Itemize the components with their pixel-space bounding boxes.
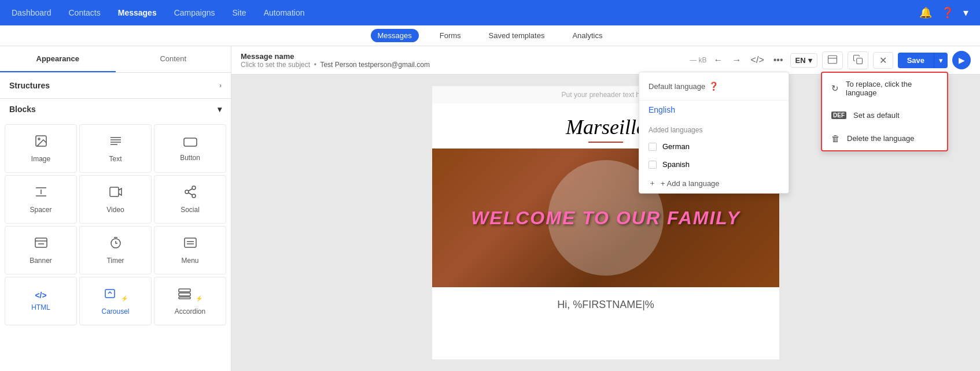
top-navigation: Dashboard Contacts Messages Campaigns Si… bbox=[0, 0, 980, 25]
redo-button[interactable]: → bbox=[730, 53, 744, 68]
top-nav-actions: 🔔 ❓ ▾ bbox=[919, 6, 968, 19]
block-accordion[interactable]: ⚡ Accordion bbox=[154, 277, 226, 325]
svg-point-12 bbox=[185, 190, 189, 194]
play-button[interactable]: ▶ bbox=[952, 51, 971, 69]
close-button[interactable]: ✕ bbox=[873, 52, 893, 69]
message-subject-line: Click to set the subject • Test Person t… bbox=[241, 61, 685, 69]
block-html[interactable]: </> HTML bbox=[5, 277, 77, 325]
nav-messages[interactable]: Messages bbox=[118, 8, 157, 17]
svg-rect-26 bbox=[179, 293, 190, 296]
default-language-label: Default language bbox=[649, 82, 705, 91]
block-menu[interactable]: Menu bbox=[154, 226, 226, 274]
lang-dropdown-header: Default language ❓ bbox=[639, 72, 789, 101]
add-language-label: + Add a language bbox=[661, 179, 720, 188]
blocks-chevron-icon: ▾ bbox=[218, 105, 222, 114]
block-image-label: Image bbox=[31, 155, 50, 163]
image-icon bbox=[34, 134, 48, 151]
structures-section[interactable]: Structures › bbox=[0, 73, 231, 98]
block-html-label: HTML bbox=[31, 303, 50, 311]
spanish-label: Spanish bbox=[662, 160, 690, 169]
hi-text: Hi, %FIRSTNAME|% bbox=[432, 287, 779, 322]
context-delete-label: Delete the language bbox=[847, 134, 914, 143]
tab-content[interactable]: Content bbox=[116, 46, 231, 72]
nav-site[interactable]: Site bbox=[233, 8, 246, 17]
block-timer[interactable]: Timer bbox=[79, 226, 152, 274]
added-languages-label: Added languages bbox=[639, 119, 789, 138]
content-area: Message name Click to set the subject • … bbox=[231, 46, 980, 371]
sidebar-tabs: Appearance Content bbox=[0, 46, 231, 73]
lang-item-german[interactable]: German bbox=[639, 138, 789, 155]
undo-button[interactable]: ← bbox=[712, 53, 725, 68]
spacer-icon bbox=[34, 185, 48, 202]
german-label: German bbox=[662, 142, 690, 151]
block-button[interactable]: Button bbox=[154, 124, 226, 173]
test-person-link[interactable]: Test Person testperson@gmail.com bbox=[320, 61, 430, 69]
carousel-icon: ⚡ bbox=[103, 287, 127, 304]
editor-info: Message name Click to set the subject • … bbox=[241, 52, 685, 69]
block-carousel[interactable]: ⚡ Carousel bbox=[79, 277, 152, 325]
more-options-button[interactable]: ••• bbox=[771, 53, 786, 68]
language-selector[interactable]: EN ▾ bbox=[790, 53, 817, 68]
block-button-label: Button bbox=[180, 154, 200, 162]
copy-icon bbox=[853, 54, 863, 65]
blocks-grid: Image Text bbox=[0, 120, 231, 330]
block-image[interactable]: Image bbox=[5, 124, 77, 173]
copy-button[interactable] bbox=[848, 51, 868, 69]
subnav-saved-templates[interactable]: Saved templates bbox=[482, 29, 552, 42]
tab-appearance[interactable]: Appearance bbox=[0, 46, 116, 72]
context-replace-label: To replace, click the language bbox=[846, 80, 938, 97]
help-circle-icon[interactable]: ❓ bbox=[709, 81, 719, 91]
block-social[interactable]: Social bbox=[154, 175, 226, 224]
lang-item-spanish[interactable]: Spanish bbox=[639, 155, 789, 173]
add-language-button[interactable]: ＋ + Add a language bbox=[639, 173, 789, 193]
block-banner[interactable]: Banner bbox=[5, 226, 77, 274]
code-editor-button[interactable]: </> bbox=[749, 53, 767, 68]
editor-toolbar: Message name Click to set the subject • … bbox=[231, 46, 980, 75]
nav-automation[interactable]: Automation bbox=[264, 8, 305, 17]
context-delete-language[interactable]: 🗑 Delete the language bbox=[822, 127, 947, 150]
subnav-messages[interactable]: Messages bbox=[371, 29, 419, 42]
menu-icon bbox=[183, 236, 197, 253]
message-name[interactable]: Message name bbox=[241, 52, 685, 61]
notifications-icon[interactable]: 🔔 bbox=[919, 6, 932, 19]
block-accordion-label: Accordion bbox=[175, 307, 205, 316]
save-dropdown-button[interactable]: ▾ bbox=[934, 53, 948, 68]
context-set-default[interactable]: DEF Set as default bbox=[822, 104, 947, 127]
german-checkbox[interactable] bbox=[649, 143, 657, 151]
def-icon: DEF bbox=[831, 112, 846, 119]
svg-rect-27 bbox=[179, 297, 190, 299]
text-icon bbox=[109, 134, 123, 151]
accordion-icon: ⚡ bbox=[178, 287, 202, 304]
svg-rect-30 bbox=[856, 58, 862, 64]
spanish-checkbox[interactable] bbox=[649, 161, 657, 169]
svg-line-15 bbox=[188, 189, 192, 191]
context-replace[interactable]: ↻ To replace, click the language bbox=[822, 73, 947, 104]
sub-navigation: Messages Forms Saved templates Analytics bbox=[0, 25, 980, 46]
svg-rect-16 bbox=[35, 238, 47, 247]
block-banner-label: Banner bbox=[30, 257, 52, 265]
nav-campaigns[interactable]: Campaigns bbox=[174, 8, 215, 17]
svg-rect-6 bbox=[184, 138, 197, 146]
blocks-section[interactable]: Blocks ▾ bbox=[0, 98, 231, 120]
subnav-forms[interactable]: Forms bbox=[433, 29, 468, 42]
preview-button[interactable] bbox=[822, 51, 843, 69]
nav-contacts[interactable]: Contacts bbox=[69, 8, 101, 17]
block-video[interactable]: Video bbox=[79, 175, 152, 224]
save-button[interactable]: Save bbox=[898, 53, 934, 68]
click-to-set-subject[interactable]: Click to set the subject bbox=[241, 61, 310, 69]
nav-dashboard[interactable]: Dashboard bbox=[12, 8, 51, 17]
subnav-analytics[interactable]: Analytics bbox=[565, 29, 609, 42]
structures-chevron-icon: › bbox=[219, 81, 222, 90]
left-sidebar: Appearance Content Structures › Blocks ▾ bbox=[0, 46, 231, 371]
account-dropdown-icon[interactable]: ▾ bbox=[963, 6, 968, 19]
block-text[interactable]: Text bbox=[79, 124, 152, 173]
toolbar-icons: ← → </> ••• EN ▾ bbox=[712, 51, 971, 69]
block-spacer[interactable]: Spacer bbox=[5, 175, 77, 224]
lang-code: EN bbox=[795, 56, 806, 65]
html-icon: </> bbox=[35, 291, 46, 300]
help-icon[interactable]: ❓ bbox=[941, 6, 954, 19]
button-icon bbox=[183, 135, 197, 150]
language-context-menu: ↻ To replace, click the language DEF Set… bbox=[821, 72, 948, 151]
svg-rect-10 bbox=[110, 187, 119, 196]
default-language-value[interactable]: English bbox=[639, 101, 789, 119]
